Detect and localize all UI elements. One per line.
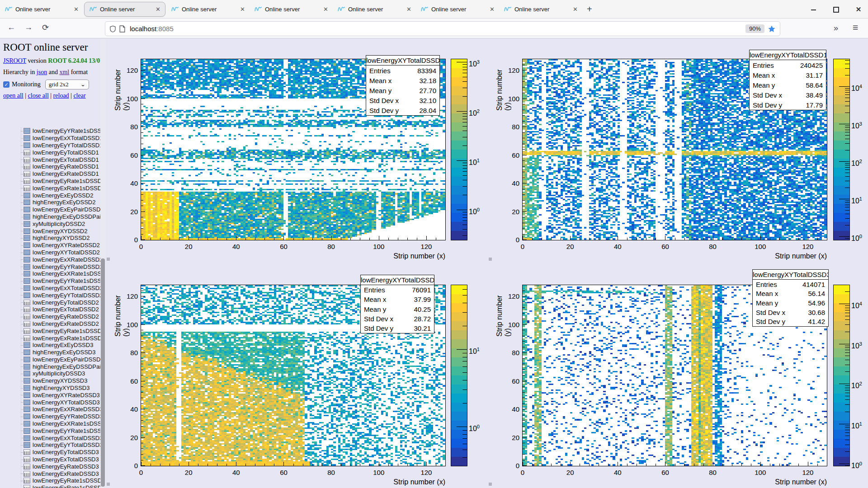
- stats-label: Mean x: [369, 77, 392, 84]
- colorbar-2[interactable]: [451, 285, 467, 466]
- x-tick-label: 100: [750, 469, 770, 476]
- stats-label: Std Dev x: [364, 315, 393, 323]
- x-tick-label: 60: [274, 469, 293, 476]
- colorbar-label: 101: [469, 155, 480, 165]
- stats-value: 28.04: [419, 107, 436, 114]
- stats-row: Mean x37.99: [361, 295, 434, 304]
- y-tick-label: 40: [120, 179, 138, 187]
- stats-label: Entries: [364, 286, 385, 294]
- stats-row: Mean x31.17: [750, 70, 826, 80]
- stats-row: Entries83394: [366, 66, 439, 75]
- x-tick-label: 20: [560, 469, 580, 476]
- x-tick-label: 40: [226, 243, 246, 250]
- x-tick-label: 80: [703, 243, 723, 250]
- stats-label: Mean x: [756, 290, 778, 297]
- x-tick-label: 100: [369, 469, 389, 476]
- x-tick-label: 0: [131, 469, 151, 476]
- stats-title: lowEnergyXYTotalDSSD0: [366, 56, 439, 66]
- y-axis-title: Strip number (y): [114, 59, 122, 111]
- stats-row: Std Dev y41.42: [753, 317, 828, 326]
- x-axis-title: Strip number (x): [346, 478, 445, 486]
- x-tick-label: 60: [655, 243, 675, 250]
- stats-row: Std Dev x30.68: [753, 308, 828, 317]
- pad-resize-handle[interactable]: [107, 483, 110, 486]
- stats-value: 54.96: [808, 299, 825, 307]
- stats-value: 30.21: [414, 324, 431, 332]
- colorbar-0[interactable]: [451, 59, 467, 240]
- y-tick-label: 0: [120, 462, 138, 469]
- stats-value: 41.42: [808, 318, 825, 325]
- stats-label: Std Dev x: [753, 91, 782, 99]
- x-tick-label: 60: [655, 469, 675, 476]
- x-axis-title: Strip number (x): [727, 252, 827, 260]
- x-tick-label: 120: [416, 469, 436, 476]
- stats-value: 414071: [802, 281, 825, 288]
- stats-rows: Entries414071Mean x56.14Mean y54.96Std D…: [753, 280, 828, 326]
- stats-row: Mean y27.70: [366, 85, 439, 95]
- y-tick-label: 100: [120, 95, 138, 103]
- y-tick-label: 80: [120, 123, 138, 131]
- stats-title: lowEnergyXYTotalDSSD1: [750, 50, 826, 60]
- y-tick-label: 40: [501, 179, 519, 187]
- x-tick-label: 20: [179, 469, 198, 476]
- y-tick-label: 100: [501, 95, 519, 103]
- x-tick-label: 40: [226, 469, 246, 476]
- stats-rows: Entries83394Mean x32.18Mean y27.70Std De…: [366, 66, 439, 115]
- y-tick-label: 120: [501, 66, 519, 74]
- y-tick-label: 100: [120, 321, 138, 328]
- stats-label: Std Dev x: [369, 97, 399, 104]
- stats-value: 83394: [417, 67, 436, 75]
- colorbar-label: 100: [469, 422, 480, 432]
- stats-label: Std Dev y: [753, 101, 782, 109]
- stats-row: Mean x56.14: [753, 289, 828, 299]
- colorbar-label: 100: [851, 459, 862, 469]
- stats-value: 38.49: [806, 91, 823, 99]
- y-tick-label: 120: [501, 292, 519, 300]
- x-axis-title: Strip number (x): [346, 252, 445, 260]
- x-tick-label: 60: [274, 243, 293, 250]
- stats-label: Mean x: [364, 296, 386, 303]
- y-tick-label: 0: [501, 236, 519, 244]
- stats-row: Mean y58.64: [750, 80, 826, 90]
- stats-box-lowEnergyXYTotalDSSD0[interactable]: lowEnergyXYTotalDSSD0Entries83394Mean x3…: [366, 55, 440, 116]
- stats-box-lowEnergyXYTotalDSSD2[interactable]: lowEnergyXYTotalDSSD2Entries76091Mean x3…: [360, 275, 434, 333]
- stats-value: 17.79: [806, 101, 823, 109]
- stats-label: Entries: [369, 67, 391, 75]
- colorbar-label: 104: [851, 299, 862, 309]
- stats-box-lowEnergyXYTotalDSSD3[interactable]: lowEnergyXYTotalDSSD3Entries414071Mean x…: [752, 269, 829, 327]
- stats-label: Std Dev y: [369, 107, 399, 114]
- x-tick-label: 0: [131, 243, 151, 250]
- stats-value: 32.18: [419, 77, 436, 84]
- x-tick-label: 100: [369, 243, 389, 250]
- x-axis-title: Strip number (x): [727, 478, 827, 486]
- stats-label: Std Dev y: [364, 324, 393, 332]
- y-axis-title: Strip number (y): [495, 59, 504, 111]
- pad-resize-handle[interactable]: [489, 258, 492, 261]
- y-tick-label: 80: [120, 349, 138, 357]
- stats-label: Std Dev y: [756, 318, 785, 325]
- y-tick-label: 0: [501, 462, 519, 469]
- x-tick-label: 80: [321, 243, 341, 250]
- y-axis-title: Strip number (y): [495, 285, 504, 337]
- pad-resize-handle[interactable]: [489, 483, 492, 486]
- stats-title: lowEnergyXYTotalDSSD2: [361, 275, 434, 285]
- y-tick-label: 80: [501, 349, 519, 357]
- stats-row: Entries240425: [750, 60, 826, 70]
- x-tick-label: 80: [321, 469, 341, 476]
- colorbar-label: 103: [851, 339, 862, 349]
- colorbar-label: 102: [469, 106, 480, 116]
- pad-resize-handle[interactable]: [107, 258, 110, 261]
- stats-label: Entries: [756, 281, 777, 288]
- y-tick-label: 20: [120, 208, 138, 216]
- colorbar-3[interactable]: [833, 285, 850, 466]
- y-tick-label: 60: [501, 151, 519, 159]
- x-tick-label: 20: [179, 243, 198, 250]
- stats-label: Mean x: [753, 71, 775, 79]
- y-tick-label: 20: [501, 208, 519, 216]
- stats-value: 40.25: [414, 305, 431, 313]
- stats-box-lowEnergyXYTotalDSSD1[interactable]: lowEnergyXYTotalDSSD1Entries240425Mean x…: [749, 50, 826, 110]
- jsroot-canvas-grid: 020406080100120020406080100120Strip numb…: [0, 0, 868, 488]
- stats-value: 27.70: [419, 87, 436, 94]
- stats-value: 58.64: [806, 81, 823, 89]
- colorbar-1[interactable]: [833, 59, 850, 240]
